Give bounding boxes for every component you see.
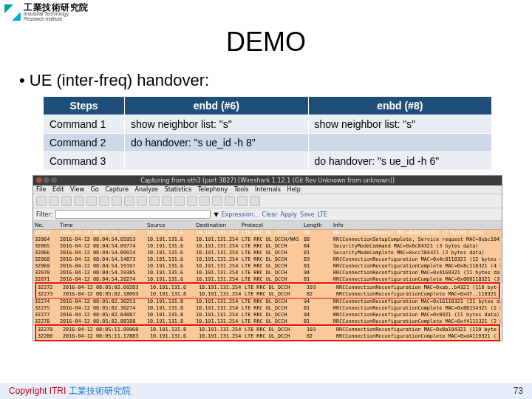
menu-help[interactable]: Help	[287, 186, 301, 193]
col-protocol[interactable]: Protocol	[242, 222, 304, 228]
cell-step: Command 1	[44, 115, 125, 134]
copyright-org: 工業技術研究院	[69, 386, 131, 396]
filter-apply[interactable]: Apply	[281, 211, 298, 218]
menu-go[interactable]: Go	[91, 186, 99, 193]
packet-row[interactable]: 172632016-04-12 08:04:54.0237110.191.131…	[33, 230, 502, 236]
logo-icon	[4, 4, 21, 21]
col-dest[interactable]: Destination	[196, 222, 242, 228]
footer: Copyright ITRI 工業技術研究院 73	[0, 383, 532, 399]
cell-c8	[308, 134, 492, 152]
packet-row[interactable]: 320702016-04-12 08:04:54.1938510.191.131…	[33, 270, 502, 276]
window-titlebar[interactable]: Capturing from eth3 (port 3827) [Wiresha…	[33, 176, 502, 185]
th-enbd6: enbd (#6)	[125, 97, 309, 115]
packet-row[interactable]: 322772016-04-12 08:05:02.8408710.191.131…	[33, 312, 502, 318]
packet-row[interactable]: 322752016-04-12 08:05:02.3027410.191.131…	[33, 305, 502, 312]
packet-row[interactable]: 322732016-04-12 08:05:02.1809310.191.131…	[36, 291, 499, 298]
packet-row[interactable]: 320692016-04-12 08:04:54.1919710.191.131…	[33, 263, 502, 270]
packet-row[interactable]: 320642016-04-12 08:04:54.0595310.191.131…	[33, 236, 502, 243]
toolbar-button[interactable]	[212, 196, 222, 206]
cell-step: Command 2	[44, 134, 125, 152]
menu-file[interactable]: File	[36, 186, 46, 193]
menu-tools[interactable]: Tools	[234, 186, 249, 193]
menu-telephony[interactable]: Telephony	[198, 186, 228, 193]
cell-c8: do handover: "s ue_id -h 6"	[308, 152, 492, 171]
toolbar-button[interactable]	[200, 196, 210, 206]
cell-c8: show neighbor list: "s"	[308, 115, 492, 134]
filter-save[interactable]: Save	[300, 211, 315, 218]
packet-row[interactable]: 322782016-04-12 08:05:02.8818810.191.131…	[33, 318, 502, 325]
toolbar-button[interactable]	[112, 196, 122, 206]
col-no[interactable]: No.	[35, 222, 60, 228]
toolbar-button[interactable]	[74, 196, 84, 206]
packet-row[interactable]: 322792016-04-12 08:05:11.0996010.191.131…	[36, 327, 499, 333]
toolbar-button[interactable]	[36, 196, 47, 206]
toolbar-button[interactable]	[250, 196, 260, 206]
filter-clear[interactable]: Clear	[262, 211, 278, 218]
menu-analyze[interactable]: Analyze	[135, 186, 159, 193]
toolbar-button[interactable]	[61, 196, 72, 206]
copyright-text: Copyright ITRI	[9, 386, 66, 396]
th-enbd8: enbd (#8)	[308, 97, 492, 115]
packet-row[interactable]: 320712016-04-12 08:04:54.2027410.191.131…	[33, 276, 502, 283]
packet-list[interactable]: 172632016-04-12 08:04:54.0237110.191.131…	[33, 230, 502, 341]
toolbar-button[interactable]	[162, 196, 172, 206]
col-time[interactable]: Time	[60, 222, 147, 228]
toolbar-button[interactable]	[49, 196, 59, 206]
bullet-handover: UE (inter-freq) handover:	[19, 71, 532, 90]
packet-row[interactable]: 320662016-04-12 08:04:54.0991410.191.131…	[33, 250, 502, 256]
toolbar-button[interactable]	[187, 196, 197, 206]
table-row: Command 2 do handover: "s ue_id -h 8"	[44, 134, 492, 152]
menu-capture[interactable]: Capture	[105, 186, 129, 193]
packet-row[interactable]: 322742016-04-12 08:05:02.3025310.191.131…	[33, 299, 502, 305]
cell-step: Command 3	[44, 152, 125, 171]
toolbar-button[interactable]	[137, 196, 147, 206]
packet-row[interactable]: 320652016-04-12 08:04:54.0977410.191.131…	[33, 243, 502, 250]
cell-c6: show neighbor list: "s"	[125, 115, 309, 134]
cell-c6	[125, 152, 309, 171]
table-row: Command 3 do handover: "s ue_id -h 6"	[44, 152, 492, 171]
packet-row[interactable]: 320682016-04-12 08:04:54.1487310.191.131…	[33, 256, 502, 263]
filter-expression[interactable]: Expression...	[222, 211, 259, 218]
toolbar-button[interactable]	[174, 196, 185, 206]
col-length[interactable]: Length	[304, 222, 333, 228]
menu-bar[interactable]: File Edit View Go Capture Analyze Statis…	[33, 185, 502, 194]
toolbar-button[interactable]	[86, 196, 97, 206]
cell-c6: do handover: "s ue_id -h 8"	[125, 134, 309, 152]
packet-row[interactable]: 322722016-04-12 08:05:02.0928310.191.131…	[36, 284, 499, 291]
highlight-box: 322792016-04-12 08:05:11.0996010.191.131…	[35, 324, 500, 341]
col-info[interactable]: Info	[333, 222, 500, 228]
menu-statistics[interactable]: Statistics	[165, 186, 192, 193]
menu-edit[interactable]: Edit	[52, 186, 64, 193]
col-source[interactable]: Source	[147, 222, 196, 228]
logo: 工業技術研究院 Industrial Technology Research I…	[4, 3, 89, 21]
page-title: DEMO	[0, 27, 532, 58]
wireshark-window: Capturing from eth3 (port 3827) [Wiresha…	[33, 175, 502, 341]
window-controls[interactable]	[36, 177, 57, 183]
menu-internals[interactable]: Internals	[255, 186, 281, 193]
table-row: Command 1 show neighbor list: "s" show n…	[44, 115, 492, 134]
logo-text-en2: Research Institute	[24, 17, 89, 22]
commands-table: Steps enbd (#6) enbd (#8) Command 1 show…	[43, 96, 492, 171]
menu-view[interactable]: View	[70, 186, 84, 193]
filter-bar[interactable]: Filter: ▼ Expression... Clear Apply Save…	[33, 208, 502, 221]
toolbar-button[interactable]	[99, 196, 109, 206]
toolbar-button[interactable]	[225, 196, 235, 206]
filter-input[interactable]	[55, 210, 211, 219]
page-number: 73	[514, 386, 523, 396]
window-title: Capturing from eth3 (port 3827) [Wiresha…	[140, 177, 395, 184]
toolbar-button[interactable]	[149, 196, 160, 206]
dropdown-icon[interactable]: ▼	[214, 211, 218, 218]
toolbar[interactable]	[33, 194, 502, 208]
filter-label: Filter:	[36, 211, 52, 218]
filter-lte[interactable]: LTE	[318, 211, 327, 218]
th-steps: Steps	[44, 97, 125, 115]
packet-row[interactable]: 322802016-04-12 08:05:11.1788310.191.131…	[36, 333, 499, 340]
packet-header-row[interactable]: No. Time Source Destination Protocol Len…	[33, 221, 502, 230]
toolbar-button[interactable]	[124, 196, 134, 206]
toolbar-button[interactable]	[237, 196, 248, 206]
highlight-box: 322722016-04-12 08:05:02.0928310.191.131…	[35, 282, 500, 299]
